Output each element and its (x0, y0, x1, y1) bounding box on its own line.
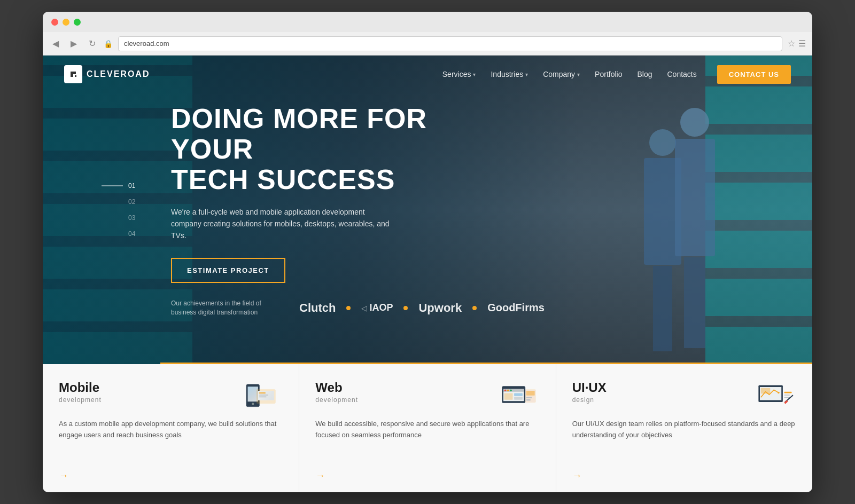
partner-clutch: Clutch (299, 301, 336, 315)
nav-links: Services ▾ Industries ▾ Company ▾ Portfo… (442, 65, 791, 84)
logo-icon (64, 65, 82, 83)
chevron-down-icon: ▾ (525, 72, 528, 77)
web-service-icon (497, 380, 540, 412)
back-button[interactable]: ◀ (49, 37, 62, 50)
browser-toolbar: ◀ ▶ ↻ 🔒 ☆ ☰ (43, 32, 812, 56)
hero-headline-line2: TECH SUCCESS (171, 164, 395, 195)
maximize-window-button[interactable] (74, 19, 81, 26)
svg-rect-29 (784, 395, 790, 396)
svg-rect-28 (784, 391, 791, 393)
web-service-arrow[interactable]: → (315, 470, 539, 482)
svg-point-4 (252, 403, 254, 405)
mac-window: ◀ ▶ ↻ 🔒 ☆ ☰ (43, 12, 812, 492)
chevron-down-icon: ▾ (577, 72, 580, 77)
svg-point-15 (507, 389, 509, 391)
svg-rect-23 (526, 399, 531, 400)
hero-section: 01 02 03 04 CLEVEROAD (43, 56, 812, 364)
mobile-service-icon (240, 380, 283, 412)
nav-services[interactable]: Services ▾ (442, 70, 476, 78)
address-bar[interactable] (118, 36, 782, 51)
svg-point-16 (510, 389, 512, 391)
web-service-subtitle: development (315, 396, 496, 404)
minimize-window-button[interactable] (63, 19, 69, 26)
service-card-mobile: Mobile development (43, 364, 299, 492)
logo[interactable]: CLEVEROAD (64, 65, 150, 83)
estimate-project-button[interactable]: ESTIMATE PROJECT (171, 258, 285, 283)
hero-headline: DOING MORE FOR YOUR TECH SUCCESS (171, 104, 470, 195)
mobile-service-arrow[interactable]: → (59, 470, 283, 482)
uiux-title-block: UI·UX design (572, 380, 753, 404)
svg-rect-26 (761, 388, 771, 393)
logo-text: CLEVEROAD (87, 69, 150, 79)
uiux-service-arrow[interactable]: → (572, 470, 796, 482)
svg-rect-8 (259, 392, 266, 393)
partners-logos: Clutch ◁ IAOP Upwork GoodFirms (299, 301, 545, 315)
partner-upwork: Upwork (418, 301, 462, 315)
svg-rect-22 (526, 397, 532, 398)
web-service-header: Web development (315, 380, 539, 412)
slide-indicator-3[interactable]: 03 (128, 214, 138, 222)
chevron-down-icon: ▾ (473, 72, 476, 77)
browser-actions: ☆ ☰ (788, 38, 806, 49)
slide-indicator-2[interactable]: 02 (128, 198, 138, 206)
mobile-service-header: Mobile development (59, 380, 283, 412)
uiux-service-description: Our UI/UX design team relies on platform… (572, 419, 796, 465)
mobile-service-title: Mobile (59, 380, 240, 395)
svg-rect-9 (259, 395, 269, 396)
nav-blog[interactable]: Blog (637, 70, 652, 78)
slide-indicators: 01 02 03 04 (128, 182, 138, 238)
nav-contacts[interactable]: Contacts (667, 70, 696, 78)
uiux-service-icon (753, 380, 796, 412)
hero-accent-bar (160, 363, 812, 364)
nav-portfolio[interactable]: Portfolio (595, 70, 622, 78)
uiux-service-subtitle: design (572, 396, 753, 404)
mac-titlebar (43, 12, 812, 32)
slide-indicator-1[interactable]: 01 (128, 182, 138, 190)
uiux-service-title: UI·UX (572, 380, 753, 395)
close-window-button[interactable] (51, 19, 58, 26)
svg-rect-18 (514, 393, 523, 396)
web-service-title: Web (315, 380, 496, 395)
mobile-service-description: As a custom mobile app development compa… (59, 419, 283, 465)
partner-separator-3 (472, 306, 477, 310)
ssl-icon: 🔒 (104, 40, 113, 48)
website-content: 01 02 03 04 CLEVEROAD (43, 56, 812, 492)
svg-rect-17 (504, 393, 512, 399)
svg-rect-21 (526, 391, 535, 396)
mobile-title-block: Mobile development (59, 380, 240, 404)
contact-us-button[interactable]: CONTACT US (717, 65, 791, 84)
forward-button[interactable]: ▶ (67, 37, 80, 50)
navbar: CLEVEROAD Services ▾ Industries ▾ Compan… (43, 56, 812, 93)
bookmark-icon[interactable]: ☆ (788, 38, 795, 49)
mobile-service-subtitle: development (59, 396, 240, 404)
menu-icon[interactable]: ☰ (798, 38, 806, 49)
partner-separator-1 (346, 306, 351, 310)
web-title-block: Web development (315, 380, 496, 404)
slide-indicator-4[interactable]: 04 (128, 230, 138, 238)
svg-point-27 (778, 391, 780, 393)
service-card-uiux: UI·UX design (556, 364, 812, 492)
hero-headline-line1: DOING MORE FOR YOUR (171, 103, 427, 164)
partners-bar: Our achievements in the field of busines… (43, 283, 812, 328)
web-service-description: We build accessible, responsive and secu… (315, 419, 539, 465)
nav-industries[interactable]: Industries ▾ (491, 70, 528, 78)
svg-point-14 (504, 389, 506, 391)
mac-window-buttons (51, 19, 81, 26)
svg-rect-13 (503, 389, 524, 391)
partner-separator-2 (403, 306, 408, 310)
services-section: Mobile development (43, 364, 812, 492)
partner-iaop: ◁ IAOP (361, 302, 393, 313)
svg-rect-10 (259, 396, 267, 397)
partner-goodfirms: GoodFirms (487, 302, 545, 314)
uiux-service-header: UI·UX design (572, 380, 796, 412)
nav-company[interactable]: Company ▾ (543, 70, 580, 78)
iaop-label: IAOP (369, 302, 393, 313)
reload-button[interactable]: ↻ (86, 37, 98, 50)
hero-subtext: We're a full-cycle web and mobile applic… (171, 206, 395, 242)
partners-label: Our achievements in the field of busines… (171, 299, 267, 317)
svg-rect-19 (514, 397, 523, 399)
hero-main-content: DOING MORE FOR YOUR TECH SUCCESS We're a… (43, 104, 812, 283)
service-card-web: Web development (299, 364, 556, 492)
